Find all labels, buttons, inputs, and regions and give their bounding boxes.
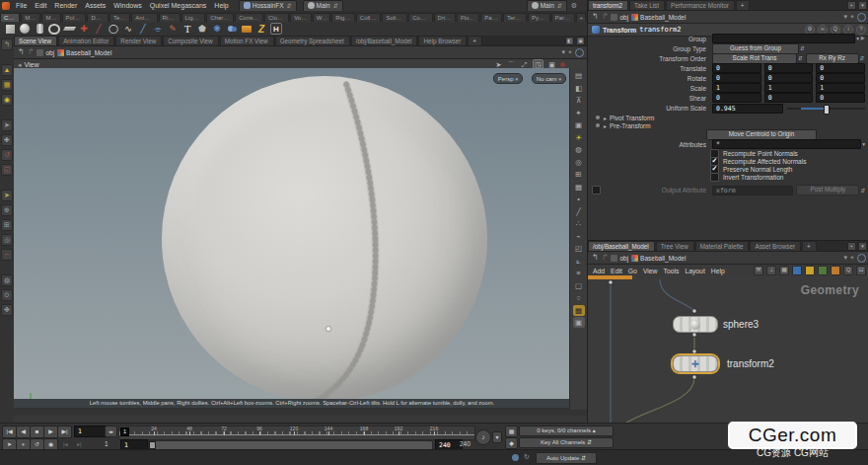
shelf-set-tab-hossainfx[interactable]: HossainFX ⇵ xyxy=(239,0,297,12)
camera-lock-icon[interactable]: ◧ xyxy=(573,83,585,94)
normals-display-icon[interactable]: ⌁ xyxy=(573,231,585,242)
shelf-tab-particle[interactable]: Particle xyxy=(480,13,502,22)
tab-transform2[interactable]: transform2 xyxy=(588,0,628,10)
zoom-tool-icon[interactable]: ⊙ xyxy=(1,289,13,301)
audio-dropdown-icon[interactable]: ▾ xyxy=(492,431,502,443)
pane-menu-icon[interactable]: ▾ xyxy=(858,1,867,10)
tab-help-browser[interactable]: Help Browser xyxy=(418,36,467,45)
path-node[interactable]: Baseball_Model xyxy=(57,49,111,56)
jump-end-button[interactable]: ▶| xyxy=(57,426,72,438)
shelf-tab-collisions[interactable]: Collisions xyxy=(356,13,382,22)
net-menu-layout[interactable]: Layout xyxy=(685,268,704,274)
translate-z-field[interactable]: 0 xyxy=(816,63,865,73)
shelf-tab-create[interactable]: Create xyxy=(0,13,20,22)
grid-tool-icon[interactable] xyxy=(63,23,75,35)
menu-windows[interactable]: Windows xyxy=(109,2,145,9)
flipbook-icon[interactable]: ▦ xyxy=(573,182,585,193)
select-arrow-icon[interactable]: ➤ xyxy=(859,35,865,42)
overview-icon[interactable]: ⊡ xyxy=(856,266,866,275)
update-mode-dropdown[interactable]: Auto Update ⇵ xyxy=(536,452,597,464)
frame-view-icon[interactable]: ▣ xyxy=(573,119,585,130)
lightbulb-icon[interactable]: ◉ xyxy=(1,94,13,106)
group-field[interactable] xyxy=(712,34,855,43)
spinner-icon[interactable]: ⇵ xyxy=(800,45,805,51)
view-layout-icon[interactable]: ▤ xyxy=(573,70,585,81)
keys-info-dropdown[interactable]: 0 keys, 0/0 channels ▴ xyxy=(519,426,614,436)
toggle-dot-icon[interactable] xyxy=(596,116,600,119)
flag-template-icon[interactable] xyxy=(831,266,840,275)
light-icon[interactable]: ☀ xyxy=(573,132,585,143)
shelf-set-tab-main[interactable]: Main ⇵ xyxy=(303,0,343,12)
torus-tool-icon[interactable] xyxy=(48,23,60,35)
pane-menu-icon[interactable]: ▾ xyxy=(858,242,867,251)
spinner-icon[interactable]: ⇵ xyxy=(860,188,865,194)
collapsed-arrow-icon[interactable]: ▸ xyxy=(604,122,607,129)
shelf-tab-wires[interactable]: Wires xyxy=(313,13,330,22)
null-tool-icon[interactable]: ✚ xyxy=(78,23,90,35)
nav-back-icon[interactable]: ↰ xyxy=(18,48,25,56)
pre-transform-label[interactable]: Pre-Transform xyxy=(610,122,651,129)
snapshot-icon[interactable]: ⊥ xyxy=(766,266,776,275)
spinner-icon[interactable]: ⇵ xyxy=(860,55,865,61)
tab-asset-browser[interactable]: Asset Browser xyxy=(750,241,801,251)
flag-display-icon[interactable] xyxy=(818,266,828,275)
pin-icon[interactable]: ⌖ xyxy=(850,13,854,21)
rotate-order-dropdown[interactable]: Rx Ry Rz xyxy=(806,53,859,64)
back-icon[interactable]: ↰ xyxy=(1,39,13,50)
rotate-x-field[interactable]: 0 xyxy=(712,73,761,83)
play-reverse-button[interactable]: ◀ xyxy=(16,426,31,438)
tab-add[interactable]: + xyxy=(802,241,817,251)
snapshot-icon[interactable]: ⊞ xyxy=(573,169,585,180)
shelf-tab-deform[interactable]: Deform xyxy=(87,13,108,22)
keys-slate-icon[interactable]: ▦ xyxy=(505,426,518,437)
uniform-scale-slider[interactable] xyxy=(787,105,865,113)
shelf-tab-constraints[interactable]: Constraints xyxy=(235,13,263,22)
path-context[interactable]: obj xyxy=(611,14,628,21)
points-display-icon[interactable]: ∴ xyxy=(573,218,585,229)
pane-maximize-icon[interactable]: ▪ xyxy=(847,1,856,10)
message-dot-icon[interactable] xyxy=(512,454,519,461)
shelf-set-tab-main-2[interactable]: Main ⇵ xyxy=(527,0,567,12)
net-menu-tools[interactable]: Tools xyxy=(664,268,680,274)
net-menu-view[interactable]: View xyxy=(643,268,658,274)
platonic-tool-icon[interactable]: ⬟ xyxy=(196,23,208,35)
play-forward-button[interactable]: ▶ xyxy=(43,426,58,438)
tab-take-list[interactable]: Take List xyxy=(629,0,665,10)
dolly-icon[interactable]: ✦ xyxy=(573,108,585,118)
shelf-tab-costume[interactable]: Costume xyxy=(408,13,432,22)
shelf-tab-model[interactable]: Model xyxy=(41,13,60,22)
spinner-icon[interactable]: ⇵ xyxy=(333,2,338,9)
pen-curve-tool-icon[interactable]: ⌯ xyxy=(152,23,164,35)
prev-key-icon[interactable]: |◂ xyxy=(63,440,68,447)
post-multiply-dropdown[interactable]: Post Multiply xyxy=(796,185,859,195)
network-canvas[interactable]: sphere3 ✛ transform2 Geometry xyxy=(588,275,868,424)
nav-back-icon[interactable]: ↰ xyxy=(592,13,599,21)
shelf-tab-drive[interactable]: Drive Si xyxy=(434,13,456,22)
node-transform2[interactable]: ✛ xyxy=(673,355,718,372)
pivot-transform-label[interactable]: Pivot Transform xyxy=(610,115,655,121)
shelf-tab-rigidbodies[interactable]: Rigid Bo xyxy=(331,13,355,22)
shelf-tab-animation[interactable]: Animation xyxy=(131,13,157,22)
line-tool-icon[interactable]: ╱ xyxy=(93,23,105,35)
tab-motion-fx-view[interactable]: Motion FX View xyxy=(220,36,274,45)
shade-mode-icon[interactable]: ◍ xyxy=(573,144,585,155)
ziva-tool-icon[interactable]: Z xyxy=(255,23,267,35)
nav-back-icon[interactable]: ↰ xyxy=(592,254,599,262)
curve-tool-icon[interactable]: ∿ xyxy=(122,23,134,35)
projection-pill[interactable]: Persp▾ xyxy=(493,73,523,84)
tab-performance-monitor[interactable]: Performance Monitor xyxy=(666,0,735,10)
shelf-tab-polygons[interactable]: Polygons xyxy=(62,13,87,22)
scale-z-field[interactable]: 1 xyxy=(816,83,865,93)
box-tool-icon[interactable] xyxy=(4,23,16,35)
group-type-dropdown[interactable]: Guess from Group xyxy=(712,43,799,54)
path-context[interactable]: obj xyxy=(36,49,54,56)
menu-render[interactable]: Render xyxy=(50,2,81,9)
tube-tool-icon[interactable] xyxy=(34,23,45,35)
wireframe-icon[interactable]: ◎ xyxy=(573,157,585,168)
shear-z-field[interactable]: 0 xyxy=(816,93,865,103)
search-icon[interactable]: Q xyxy=(843,266,853,275)
tab-obj-baseball-model[interactable]: /obj/Baseball_Model xyxy=(588,241,655,251)
tab-add[interactable]: + xyxy=(736,0,751,10)
orbit-tool-icon[interactable]: ◍ xyxy=(1,274,13,286)
net-menu-edit[interactable]: Edit xyxy=(611,268,622,274)
